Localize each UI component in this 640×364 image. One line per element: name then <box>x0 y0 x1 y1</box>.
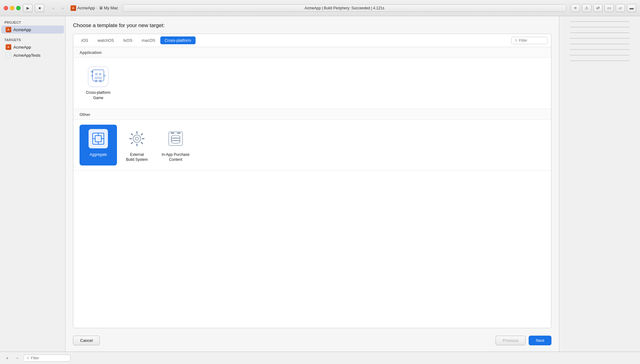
inspector-line-6 <box>570 49 629 50</box>
sidebar: PROJECT A AcmeApp TARGETS A AcmeApp 📄 Ac… <box>0 16 65 352</box>
svg-rect-4 <box>99 73 101 75</box>
project-section-label: PROJECT <box>0 19 65 26</box>
minimize-button[interactable] <box>10 6 14 10</box>
svg-rect-6 <box>95 80 97 82</box>
svg-rect-27 <box>177 132 181 134</box>
tab-watchos[interactable]: watchOS <box>93 36 119 44</box>
svg-rect-0 <box>93 70 104 81</box>
play-icon: ▶ <box>27 6 29 10</box>
inspector-line-1 <box>570 21 629 22</box>
template-label: In-App PurchaseContent <box>162 152 189 163</box>
sidebar-item-acmeapp-project[interactable]: A AcmeApp <box>1 26 64 34</box>
cancel-button[interactable]: Cancel <box>73 336 100 345</box>
inspector-line-5 <box>570 44 629 44</box>
gear-icon <box>128 129 146 148</box>
template-panel: iOS watchOS tvOS macOS Cross-platform ⊙ … <box>73 34 551 328</box>
right-gutter <box>559 16 640 352</box>
bottom-filter-bar[interactable]: ⊙ <box>24 355 70 362</box>
warning-icon-button[interactable]: ⚠ <box>582 4 591 12</box>
titlebar: ▶ ■ ‹ › A AcmeApp › 🖥 My Mac AcmeApp | B… <box>0 0 640 16</box>
filter-icon: ⊙ <box>27 356 29 360</box>
template-in-app-purchase[interactable]: In-App PurchaseContent <box>157 125 194 166</box>
previous-button[interactable]: Previous <box>496 336 526 345</box>
tab-macos[interactable]: macOS <box>137 36 159 44</box>
device-breadcrumb: 🖥 My Mac <box>99 6 118 10</box>
template-aggregate[interactable]: Aggregate <box>80 125 117 166</box>
template-cross-platform-game[interactable]: Cross-platformGame <box>80 63 117 104</box>
bottom-filter-input[interactable] <box>31 356 62 360</box>
svg-rect-24 <box>141 141 143 144</box>
tab-bar: iOS watchOS tvOS macOS Cross-platform ⊙ <box>73 34 551 47</box>
template-external-build-system[interactable]: ExternalBuild System <box>118 125 156 166</box>
tab-ios[interactable]: iOS <box>77 36 93 44</box>
application-templates-row: Cross-platformGame <box>73 58 551 109</box>
svg-rect-7 <box>99 80 101 82</box>
game-icon-wrap <box>87 66 109 88</box>
aggregate-icon-wrap <box>87 128 109 150</box>
database-icon <box>166 129 185 148</box>
section-other-header: Other <box>73 109 551 120</box>
layout3-icon-button[interactable]: ▬ <box>627 4 636 12</box>
ext-build-icon-wrap <box>126 128 148 150</box>
svg-rect-23 <box>131 141 133 144</box>
add-target-button[interactable]: + <box>4 355 11 362</box>
content-area: Choose a template for your new target: i… <box>65 16 559 352</box>
nav-buttons: ‹ › <box>49 4 67 12</box>
lines-icon-button[interactable]: ≡ <box>571 4 580 12</box>
maximize-button[interactable] <box>16 6 21 10</box>
sidebar-item-label: AcmeApp <box>13 27 31 32</box>
next-button[interactable]: Next <box>529 336 551 345</box>
remove-target-button[interactable]: − <box>14 355 21 362</box>
sidebar-item-acmeapp-target[interactable]: A AcmeApp <box>1 43 64 51</box>
aggregate-icon <box>88 128 109 149</box>
template-label: ExternalBuild System <box>126 152 148 163</box>
tests-icon: 📄 <box>6 52 11 58</box>
inspector-line-8 <box>570 60 629 61</box>
breadcrumb-chevron: › <box>96 6 97 10</box>
target-icon: A <box>6 44 11 50</box>
tab-cross-platform[interactable]: Cross-platform <box>160 36 196 44</box>
close-button[interactable] <box>4 6 8 10</box>
template-label: Aggregate <box>90 152 107 157</box>
layout2-icon-button[interactable]: ▱ <box>616 4 625 12</box>
svg-rect-11 <box>95 136 101 142</box>
template-label: Cross-platformGame <box>86 90 111 101</box>
nav-back-button[interactable]: ‹ <box>49 4 57 12</box>
tab-tvos[interactable]: tvOS <box>119 36 137 44</box>
svg-rect-17 <box>136 131 138 134</box>
inspector-line-4 <box>570 38 629 39</box>
sidebar-item-label: AcmeApp <box>13 45 31 50</box>
svg-rect-20 <box>142 138 144 139</box>
inspector-line-3 <box>570 32 629 33</box>
template-grid: Application <box>73 47 551 328</box>
toolbar-right: ≡ ⚠ ⇄ ▭ ▱ ▬ <box>571 4 636 12</box>
svg-rect-21 <box>131 133 133 135</box>
filter-input[interactable] <box>519 38 544 43</box>
project-breadcrumb: AcmeApp <box>77 6 95 10</box>
svg-point-16 <box>135 137 138 140</box>
main-layout: PROJECT A AcmeApp TARGETS A AcmeApp 📄 Ac… <box>0 16 640 352</box>
section-application-header: Application <box>73 47 551 58</box>
build-status: AcmeApp | Build Periphery: Succeeded | 4… <box>123 4 566 12</box>
filter-icon: ⊙ <box>515 38 517 42</box>
stop-button[interactable]: ■ <box>35 4 44 12</box>
svg-rect-3 <box>95 73 98 75</box>
other-templates-row: Aggregate <box>73 120 551 171</box>
play-button[interactable]: ▶ <box>23 4 32 12</box>
page-title: Choose a template for your new target: <box>73 22 551 29</box>
btn-group-right: Previous Next <box>496 336 551 345</box>
project-icon: A <box>70 5 76 11</box>
refresh-icon-button[interactable]: ⇄ <box>593 4 603 12</box>
svg-rect-5 <box>95 77 102 79</box>
bottom-bar: + − ⊙ <box>0 352 640 364</box>
tab-filter[interactable]: ⊙ <box>511 37 547 44</box>
svg-rect-18 <box>136 144 138 146</box>
svg-rect-26 <box>171 132 174 134</box>
project-icon: A <box>6 27 11 32</box>
action-bar: Cancel Previous Next <box>73 332 551 345</box>
inspector-line-2 <box>570 27 629 27</box>
nav-forward-button[interactable]: › <box>59 4 67 12</box>
layout1-icon-button[interactable]: ▭ <box>604 4 614 12</box>
sidebar-item-acmeapptests-target[interactable]: 📄 AcmeAppTests <box>1 51 64 59</box>
targets-section-label: TARGETS <box>0 37 65 43</box>
